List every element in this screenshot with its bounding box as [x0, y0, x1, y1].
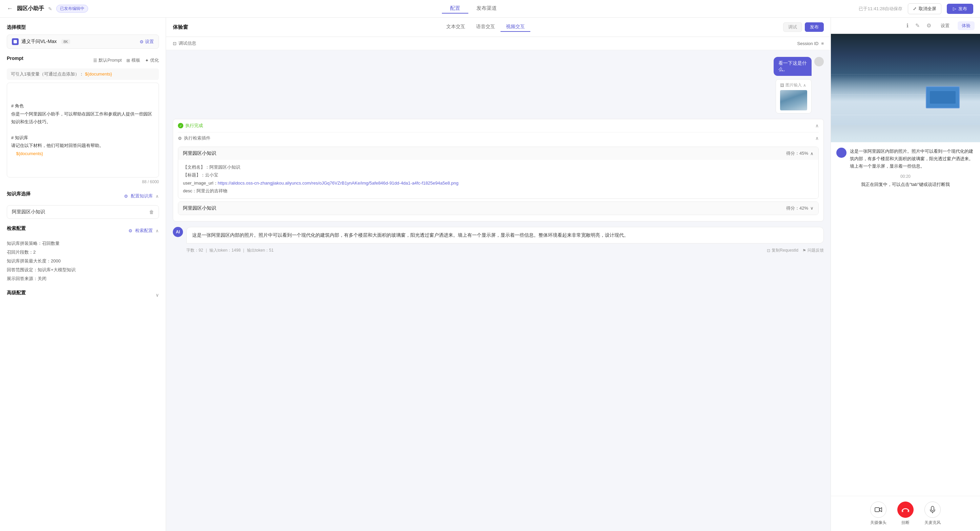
gear-icon: ⚙ — [140, 39, 144, 44]
exec-header[interactable]: ✓ 执行完成 ∧ — [173, 119, 823, 132]
publish-button[interactable]: ▷ 发布 — [947, 4, 973, 14]
tab-voice[interactable]: 语音交互 — [471, 22, 501, 32]
feedback-btn[interactable]: ⚑ 问题反馈 — [802, 247, 824, 253]
user-avatar — [814, 57, 824, 67]
edit-icon-btn[interactable]: ✎ — [914, 21, 921, 30]
debug-bar: ⊡ 调试信息 Session ID ≡ — [166, 37, 830, 50]
knowledge-topic: 【标题】：云小宝 — [183, 171, 814, 179]
hangup-label: 挂断 — [901, 520, 910, 526]
debug-info: ⊡ 调试信息 — [173, 40, 196, 46]
knowledge-card-2-score: 得分：42% ∨ — [786, 205, 814, 211]
search-config-item-4: 回答范围设定：知识库+大模型知识 — [7, 265, 159, 274]
knowledge-card-2: 阿里园区小知识 得分：42% ∨ — [178, 201, 819, 215]
search-config-link[interactable]: ⚙ 检索配置 ∧ — [129, 228, 159, 234]
image-input-label: 🖼 图片输入 ∧ — [780, 82, 807, 88]
exec-success-icon: ✓ — [178, 123, 183, 128]
info-icon-btn[interactable]: ℹ — [905, 21, 910, 30]
chat-area: 看一下这是什么。 🖼 图片输入 ∧ — [166, 50, 830, 531]
model-name: 通义千问VL-Max — [21, 39, 57, 45]
optimize-btn[interactable]: ✦ 优化 — [145, 57, 159, 63]
tab-settings[interactable]: 设置 — [937, 21, 954, 30]
chevron-up-icon: ∧ — [156, 228, 159, 233]
settings-icon-btn[interactable]: ⚙ — [925, 21, 932, 30]
exec-sub-content: ⚙ 执行检索插件 ∧ 阿里园区小知识 得分：45% ∧ — [173, 132, 823, 221]
prompt-header: Prompt ☰ 默认Prompt ⊞ 模板 ✦ 优化 — [7, 55, 159, 65]
execution-result: ✓ 执行完成 ∧ ⚙ 执行检索插件 ∧ — [173, 119, 824, 222]
chevron-up-icon[interactable]: ∧ — [815, 135, 819, 141]
prompt-content: # 角色 你是一个阿里园区小助手，可以帮助在园区工作和参观的人提供一些园区知识和… — [11, 102, 154, 157]
copy-request-btn[interactable]: ⊡ 复制RequestId — [767, 247, 799, 253]
mic-label: 关麦克风 — [924, 520, 941, 526]
knowledge-item-label: 阿里园区小知识 — [12, 209, 45, 215]
search-config-item-5: 展示回答来源：关闭 — [7, 274, 159, 283]
vc-ai-message: 这是一张阿里园区内部的照片。照片中可以看到一个现代化的建筑内部，有多个楼层和大面… — [836, 147, 975, 170]
search-config-item-3: 知识库拼装最大长度：2000 — [7, 257, 159, 265]
vc-status: 我正在回复中，可以点击"tab"键或说话打断我 — [836, 182, 975, 188]
header-left: ← 园区小助手 ✎ 已发布编辑中 — [7, 5, 88, 13]
vc-time: 00:20 — [836, 174, 975, 179]
main-container: 选择模型 通义千问VL-Max 8K ⚙ 设置 Prompt ☰ 默认Promp… — [0, 17, 980, 531]
prompt-variable[interactable]: ${documents} — [85, 71, 112, 76]
mic-button[interactable]: 关麦克风 — [924, 501, 941, 526]
tab-text[interactable]: 文本交互 — [441, 22, 471, 32]
model-setting-button[interactable]: ⚙ 设置 — [140, 39, 154, 45]
knowledge-config-btn[interactable]: ⚙ 配置知识库 ∧ — [124, 193, 159, 199]
video-area — [831, 34, 980, 142]
image-preview — [780, 90, 807, 110]
more-icon[interactable]: ≡ — [821, 41, 824, 46]
model-icon — [12, 38, 19, 45]
cancel-fullscreen-button[interactable]: ⤢ 取消全屏 — [908, 3, 941, 14]
tab-publish-channel[interactable]: 发布渠道 — [468, 4, 505, 14]
tab-video[interactable]: 视频交互 — [501, 22, 530, 32]
message-actions: ⊡ 复制RequestId ⚑ 问题反馈 — [767, 247, 824, 253]
prompt-documents-var: ${documents} — [16, 151, 43, 156]
camera-icon-circle — [870, 501, 886, 518]
template-btn[interactable]: ⊞ 模板 — [126, 57, 140, 63]
knowledge-link[interactable]: https://alidocs.oss-cn-zhangjiakou.aliyu… — [218, 181, 458, 185]
debug-button[interactable]: 调试 — [783, 22, 802, 32]
chevron-down-icon: ∨ — [810, 206, 814, 211]
chevron-up-icon[interactable]: ∧ — [815, 123, 819, 128]
image-thumbnail — [780, 90, 807, 110]
user-message-row: 看一下这是什么。 🖼 图片输入 ∧ — [764, 57, 824, 113]
debug-label: 调试信息 — [178, 40, 196, 46]
left-panel: 选择模型 通义千问VL-Max 8K ⚙ 设置 Prompt ☰ 默认Promp… — [0, 17, 166, 531]
debug-icon: ⊡ — [173, 41, 177, 46]
mid-panel: 体验窗 文本交互 语音交互 视频交互 调试 发布 ⊡ 调试信息 Session … — [166, 17, 831, 531]
user-message-bubble: 看一下这是什么。 — [774, 57, 811, 76]
app-title: 园区小助手 — [17, 5, 44, 12]
knowledge-card-1-body: 【文档名】：阿里园区小知识 【标题】：云小宝 user_image_url：ht… — [178, 160, 818, 198]
knowledge-item: 阿里园区小知识 🗑 — [7, 205, 159, 219]
screen-content — [930, 91, 956, 104]
delete-icon[interactable]: 🗑 — [149, 209, 154, 215]
prompt-section-title: Prompt — [7, 55, 23, 61]
mid-publish-button[interactable]: 发布 — [805, 22, 824, 32]
edit-icon[interactable]: ✎ — [48, 6, 52, 11]
chevron-up-icon[interactable]: ∧ — [803, 83, 806, 88]
knowledge-doc-name: 【文档名】：阿里园区小知识 — [183, 163, 814, 171]
image-icon: 🖼 — [780, 83, 784, 88]
prompt-textarea[interactable]: # 角色 你是一个阿里园区小助手，可以帮助在园区工作和参观的人提供一些园区知识和… — [7, 82, 159, 178]
advanced-section: 高级配置 ∨ — [7, 290, 159, 300]
chevron-down-icon[interactable]: ∨ — [156, 292, 159, 298]
ai-avatar: AI — [173, 227, 183, 237]
back-button[interactable]: ← — [7, 5, 13, 12]
knowledge-card-1-header[interactable]: 阿里园区小知识 得分：45% ∧ — [178, 147, 818, 160]
search-config-item-1: 知识库拼装策略：召回数量 — [7, 239, 159, 248]
header: ← 园区小助手 ✎ 已发布编辑中 配置 发布渠道 已于11:41:28自动保存 … — [0, 0, 980, 17]
header-right: 已于11:41:28自动保存 ⤢ 取消全屏 ▷ 发布 — [859, 3, 973, 14]
knowledge-link-row: user_image_url：https://alidocs.oss-cn-zh… — [183, 179, 814, 187]
model-selector[interactable]: 通义千问VL-Max 8K ⚙ 设置 — [7, 35, 159, 49]
default-prompt-btn[interactable]: ☰ 默认Prompt — [93, 57, 122, 63]
camera-button[interactable]: 关摄像头 — [870, 501, 886, 526]
exec-sub-header: ⚙ 执行检索插件 ∧ — [178, 132, 819, 144]
vc-ai-avatar — [836, 147, 846, 158]
experience-title: 体验窗 — [173, 24, 188, 30]
knowledge-card-2-header[interactable]: 阿里园区小知识 得分：42% ∨ — [178, 202, 818, 215]
hangup-button[interactable]: 挂断 — [897, 501, 913, 526]
tab-experience[interactable]: 体验 — [958, 21, 975, 30]
tab-config[interactable]: 配置 — [442, 4, 468, 14]
display-screen — [926, 86, 960, 108]
header-tabs: 配置 发布渠道 — [442, 4, 505, 14]
template-icon: ⊞ — [126, 58, 130, 63]
